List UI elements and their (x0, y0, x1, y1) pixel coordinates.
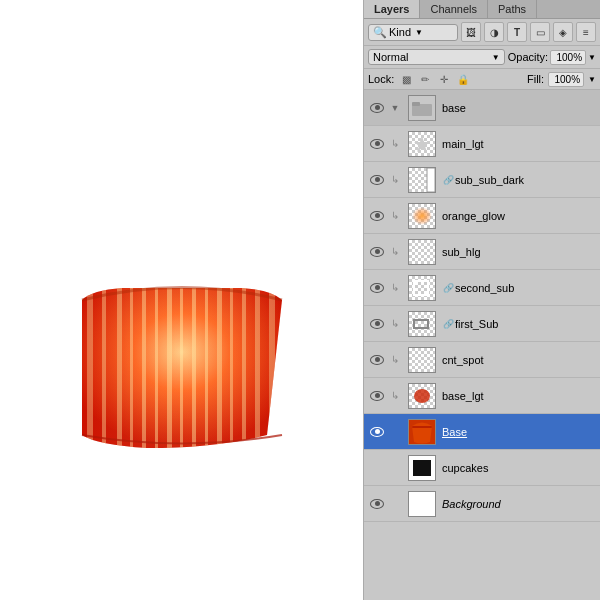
layer-name: sub_sub_dark (455, 174, 598, 186)
svg-marker-17 (414, 136, 430, 152)
svg-point-20 (412, 207, 432, 225)
panel-tabs: Layers Channels Paths (364, 0, 600, 19)
layer-item[interactable]: ↳🔗second_sub (364, 270, 600, 306)
svg-rect-24 (412, 426, 432, 428)
layer-visibility-toggle[interactable] (366, 427, 388, 437)
blend-opacity-row: Normal ▼ Opacity: 100% ▼ (364, 46, 600, 69)
layer-visibility-toggle[interactable] (366, 103, 388, 113)
eye-icon (370, 247, 384, 257)
layer-item[interactable]: ↳sub_hlg (364, 234, 600, 270)
search-icon: 🔍 (373, 26, 387, 39)
layer-thumbnail (405, 490, 439, 518)
lock-transparent-btn[interactable]: ▩ (398, 71, 414, 87)
svg-rect-19 (427, 168, 435, 192)
smart-filter-btn[interactable]: ◈ (553, 22, 573, 42)
blend-mode-value: Normal (373, 51, 408, 63)
layer-link-icon: 🔗 (443, 283, 454, 293)
blend-mode-chevron: ▼ (492, 53, 500, 62)
layers-panel: Layers Channels Paths 🔍 Kind ▼ 🖼 ◑ T ▭ ◈… (363, 0, 600, 600)
layer-item[interactable]: ▼base (364, 90, 600, 126)
layer-item[interactable]: Base (364, 414, 600, 450)
layer-item[interactable]: cupcakes (364, 450, 600, 486)
layer-name: orange_glow (442, 210, 598, 222)
layer-visibility-toggle[interactable] (366, 247, 388, 257)
eye-icon (370, 139, 384, 149)
image-filter-btn[interactable]: 🖼 (461, 22, 481, 42)
opacity-label: Opacity: (508, 51, 548, 63)
chevron-down-icon: ▼ (415, 28, 423, 37)
layer-name: main_lgt (442, 138, 598, 150)
layer-indent: ▼ (388, 103, 402, 113)
layer-indent: ↳ (388, 390, 402, 401)
layer-link-icon: 🔗 (443, 319, 454, 329)
more-filter-btn[interactable]: ≡ (576, 22, 596, 42)
tab-channels[interactable]: Channels (420, 0, 487, 18)
tab-layers[interactable]: Layers (364, 0, 420, 18)
blend-mode-select[interactable]: Normal ▼ (368, 49, 505, 65)
opacity-group: Opacity: 100% ▼ (508, 50, 596, 65)
layer-thumbnail (405, 310, 439, 338)
eye-icon (370, 211, 384, 221)
eye-icon (370, 391, 384, 401)
layer-indent: ↳ (388, 210, 402, 221)
layer-thumbnail (405, 382, 439, 410)
svg-rect-25 (413, 460, 431, 476)
layer-thumbnail (405, 238, 439, 266)
layer-name: base_lgt (442, 390, 598, 402)
layer-link-icon: 🔗 (443, 175, 454, 185)
layer-indent: ↳ (388, 318, 402, 329)
layer-name: first_Sub (455, 318, 598, 330)
layer-item[interactable]: ↳🔗sub_sub_dark (364, 162, 600, 198)
layer-visibility-toggle[interactable] (366, 355, 388, 365)
eye-icon (370, 103, 384, 113)
layer-visibility-toggle[interactable] (366, 499, 388, 509)
layer-visibility-toggle[interactable] (366, 175, 388, 185)
eye-icon (370, 427, 384, 437)
eye-icon (370, 499, 384, 509)
text-filter-btn[interactable]: T (507, 22, 527, 42)
lock-position-btn[interactable]: ✛ (436, 71, 452, 87)
layer-indent: ↳ (388, 246, 402, 257)
layer-thumbnail (405, 166, 439, 194)
opacity-input[interactable]: 100% (550, 50, 586, 65)
layer-indent: ↳ (388, 174, 402, 185)
layer-item[interactable]: ↳cnt_spot (364, 342, 600, 378)
canvas-area (0, 0, 363, 600)
fill-label: Fill: (527, 73, 544, 85)
eye-icon (370, 355, 384, 365)
layers-list: ▼base↳main_lgt↳🔗sub_sub_dark↳orange_glow… (364, 90, 600, 600)
eye-icon (370, 283, 384, 293)
layer-visibility-toggle[interactable] (366, 283, 388, 293)
shape-filter-btn[interactable]: ▭ (530, 22, 550, 42)
svg-point-23 (414, 389, 430, 403)
fill-input[interactable]: 100% (548, 72, 584, 87)
kind-filter-select[interactable]: 🔍 Kind ▼ (368, 24, 458, 41)
layer-visibility-toggle[interactable] (366, 319, 388, 329)
layer-item[interactable]: ↳base_lgt (364, 378, 600, 414)
lock-image-btn[interactable]: ✏ (417, 71, 433, 87)
adjustment-filter-btn[interactable]: ◑ (484, 22, 504, 42)
kind-label: Kind (389, 26, 411, 38)
tab-paths[interactable]: Paths (488, 0, 537, 18)
layer-item[interactable]: Background (364, 486, 600, 522)
layer-visibility-toggle[interactable] (366, 211, 388, 221)
cupcake-illustration (72, 280, 292, 440)
layer-visibility-toggle[interactable] (366, 139, 388, 149)
fill-chevron: ▼ (588, 75, 596, 84)
layer-name: second_sub (455, 282, 598, 294)
svg-rect-18 (409, 168, 427, 192)
layer-visibility-toggle[interactable] (366, 391, 388, 401)
layer-thumbnail (405, 94, 439, 122)
layer-item[interactable]: ↳main_lgt (364, 126, 600, 162)
eye-icon (370, 319, 384, 329)
lock-all-btn[interactable]: 🔒 (455, 71, 471, 87)
svg-rect-21 (414, 281, 428, 295)
layer-item[interactable]: ↳orange_glow (364, 198, 600, 234)
opacity-chevron: ▼ (588, 53, 596, 62)
svg-rect-22 (414, 320, 428, 328)
layer-thumbnail (405, 130, 439, 158)
layer-name: cnt_spot (442, 354, 598, 366)
lock-label: Lock: (368, 73, 394, 85)
layer-item[interactable]: ↳🔗first_Sub (364, 306, 600, 342)
layer-indent: ↳ (388, 282, 402, 293)
